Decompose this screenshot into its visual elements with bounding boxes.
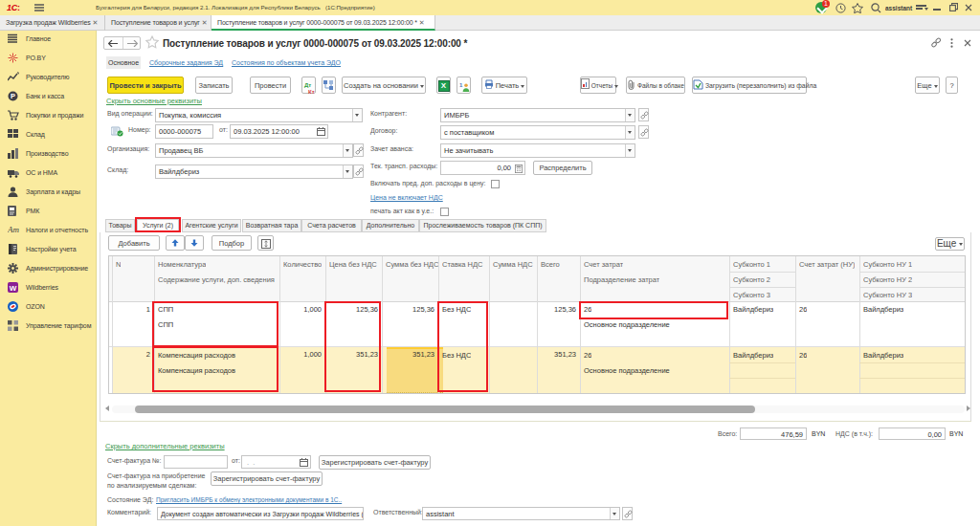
svg-text:Р: Р — [11, 92, 15, 100]
svg-text:Ат: Ат — [8, 225, 19, 234]
svg-text:W: W — [10, 284, 17, 293]
